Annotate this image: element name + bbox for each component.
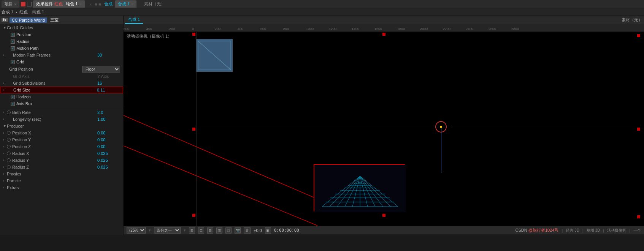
radius-checkbox[interactable] <box>11 39 15 44</box>
lon-chevron: › <box>3 117 7 121</box>
motionpath-checkbox[interactable] <box>11 46 15 51</box>
grid-icon[interactable]: ⊞ <box>207 227 213 234</box>
gsize-value[interactable]: 0.11 <box>97 88 120 92</box>
pos-x-row: › Position X 0.00 <box>0 129 123 136</box>
ruler-1000: 1000 <box>306 27 314 31</box>
position-checkbox-row[interactable]: Position <box>0 31 123 38</box>
py-chevron: › <box>3 138 7 142</box>
preview-thumbnail <box>196 39 232 71</box>
rx-label: Radius X <box>11 151 97 156</box>
axisbox-checkbox-label: Axis Box <box>16 101 33 106</box>
birth-rate-value[interactable]: 2.0 <box>97 110 120 115</box>
reset-icon[interactable]: ⊡ <box>198 227 204 234</box>
radius-checkbox-row[interactable]: Radius <box>0 38 123 45</box>
effect-tab-menu[interactable]: ≡ <box>79 2 81 6</box>
mode-classic3d[interactable]: 经典 3D <box>566 228 579 233</box>
handle-dot-mid-right <box>637 128 640 131</box>
ruler-200: 200 <box>169 27 175 31</box>
producer-header[interactable]: ▼ Producer <box>0 123 123 129</box>
py-value[interactable]: 0.00 <box>97 137 120 142</box>
3d-icon[interactable]: ⬡ <box>225 227 232 234</box>
timecode[interactable]: 0:00:00:00 <box>274 228 299 233</box>
particle-chevron: › <box>3 179 7 183</box>
extras-header[interactable]: › Extras <box>0 184 123 191</box>
rx-value[interactable]: 0.025 <box>97 151 120 156</box>
mpf-chevron: › <box>3 53 7 57</box>
handle-dot-top-center <box>382 33 385 36</box>
radius-checkbox-label: Radius <box>16 39 29 44</box>
quality-dropdown[interactable]: 四分之一 二分之一 全分辨率 <box>154 227 181 234</box>
comp-tab[interactable]: 合成 1 ≡ <box>115 0 137 8</box>
comp-tab-menu[interactable]: ≡ <box>131 2 133 6</box>
grid-checkbox-row[interactable]: Grid <box>0 58 123 65</box>
py-label: Position Y <box>11 137 97 142</box>
horizon-checkbox-label: Horizon <box>16 95 31 99</box>
handle-dot-bot-right <box>637 215 640 218</box>
ruler-400: 400 <box>146 27 152 31</box>
ry-label: Radius Y <box>11 158 97 163</box>
ruler-400b: 400 <box>238 27 243 31</box>
ry-value[interactable]: 0.025 <box>97 158 120 163</box>
particle-header[interactable]: › Particle <box>0 177 123 184</box>
cam-icon[interactable]: 📷 <box>235 227 241 234</box>
mpf-value[interactable]: 30 <box>97 53 120 57</box>
ruler-1600: 1600 <box>374 27 382 31</box>
zoom-dropdown[interactable]: (25%) (50%) (100%) <box>127 227 146 234</box>
grid-checkbox[interactable] <box>11 60 15 64</box>
mode-active-cam[interactable]: 活动摄像机 <box>607 228 626 233</box>
gray-square-icon <box>27 2 32 6</box>
horizon-checkbox-row[interactable]: Horizon <box>0 93 123 100</box>
rad-x-row: › Radius X 0.025 <box>0 150 123 157</box>
rad-y-row: › Radius Y 0.025 <box>0 157 123 164</box>
project-tab[interactable]: 项目 × <box>2 0 19 8</box>
grid-guides-chevron: ▼ <box>3 26 7 30</box>
producer-chevron: ▼ <box>3 124 7 128</box>
physics-header[interactable]: › Physics <box>0 170 123 177</box>
fx-tabs: 三室 <box>50 17 59 23</box>
comp-tab-label: 合成 1 <box>118 1 130 7</box>
project-tab-close[interactable]: × <box>14 2 16 6</box>
bottom-bar: (25%) (50%) (100%) ▾ 四分之一 二分之一 全分辨率 ▾ ⊞ … <box>124 226 644 234</box>
axisbox-checkbox[interactable] <box>11 102 15 106</box>
horizon-checkbox[interactable] <box>11 95 15 99</box>
grid-position-dropdown[interactable]: Floor Wall Ceiling <box>82 66 120 73</box>
v-ruler-svg <box>194 32 197 226</box>
breadcrumb-path2: 红色 <box>19 9 28 15</box>
project-tab-label: 项目 <box>5 1 13 7</box>
left-panel: fx CC Particle World 三室 ▼ Grid & Guides … <box>0 16 124 235</box>
fx-tab-layout[interactable]: 三室 <box>50 17 59 23</box>
axisbox-checkbox-row[interactable]: Axis Box <box>0 100 123 107</box>
color-tab1-label: 红色 <box>54 1 63 7</box>
pz-value[interactable]: 0.00 <box>97 144 120 149</box>
fx-badge: fx <box>2 18 8 22</box>
ruler-2600: 2600 <box>489 27 496 31</box>
viewport-panel: 合成 1 素材（无） 600 400 200 0 200 400 600 800… <box>124 16 644 235</box>
red-square-icon <box>21 2 25 6</box>
color-btn[interactable]: ⊕ <box>244 227 251 234</box>
pos-y-clock-icon <box>7 138 11 142</box>
rz-value[interactable]: 0.025 <box>97 165 120 169</box>
position-checkbox[interactable] <box>11 33 15 37</box>
longevity-value[interactable]: 1.00 <box>97 117 120 122</box>
px-value[interactable]: 0.00 <box>97 131 120 135</box>
pz-chevron: › <box>3 145 7 148</box>
ry-chevron: › <box>3 158 7 162</box>
canvas-area: 活动摄像机（摄像机 1） <box>124 32 644 226</box>
fit-icon[interactable]: ⊞ <box>189 227 195 234</box>
grid-position-label: Grid Position <box>3 67 82 71</box>
motionpath-checkbox-row[interactable]: Motion Path <box>0 45 123 52</box>
snapshot-icon[interactable]: ▣ <box>265 227 271 234</box>
grid-axis-label: Grid Axis <box>7 74 97 79</box>
ruler-1400: 1400 <box>352 27 359 31</box>
longevity-row: › Longevity (sec) 1.00 <box>0 116 123 123</box>
effect-controls-tab[interactable]: 效果控件 红色 纯色 1 ≡ <box>33 0 85 8</box>
comp-viewport-tab[interactable]: 合成 1 <box>125 16 143 24</box>
gs-value[interactable]: 16 <box>97 81 120 85</box>
safe-icon[interactable]: ◫ <box>216 227 222 234</box>
grid-viz-box <box>314 164 405 212</box>
grid-axis-value: Y Axis <box>97 74 120 79</box>
rx-chevron: › <box>3 152 7 155</box>
physics-label: Physics <box>7 172 21 176</box>
bottom-sep4: | <box>629 228 630 233</box>
grid-guides-header[interactable]: ▼ Grid & Guides <box>0 24 123 31</box>
